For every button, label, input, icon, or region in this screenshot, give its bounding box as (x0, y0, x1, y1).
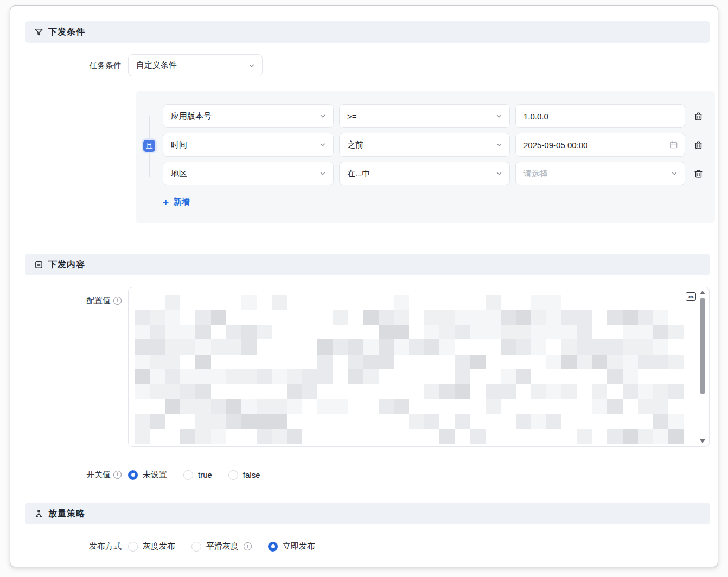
chevron-down-icon (670, 170, 678, 177)
config-value-row: 配置值 i </> (25, 287, 718, 447)
scrollbar-thumb[interactable] (700, 298, 705, 394)
logic-and-badge: 且 (143, 140, 155, 152)
scroll-down-icon[interactable] (700, 439, 705, 443)
publish-method-row: 发布方式 灰度发布平滑灰度i立即发布 (25, 541, 718, 552)
section-title: 下发内容 (48, 259, 85, 271)
publish-method-option[interactable]: 灰度发布 (128, 541, 175, 552)
switch-value-row: 开关值 i 未设置truefalse (25, 470, 718, 480)
condition-operator-select-value: 在...中 (347, 169, 371, 179)
publish-method-radio-group: 灰度发布平滑灰度i立即发布 (128, 541, 315, 552)
chevron-down-icon (319, 112, 327, 120)
radio-unselected-icon[interactable] (228, 470, 238, 480)
add-condition-button[interactable]: + 新增 (163, 197, 190, 207)
trash-icon (694, 112, 703, 121)
config-json-editor[interactable]: </> (128, 287, 710, 447)
info-icon[interactable]: i (113, 297, 122, 305)
radio-unselected-icon[interactable] (183, 470, 193, 480)
document-icon (34, 260, 43, 270)
config-value-label: 配置值 i (25, 296, 122, 306)
condition-value-select[interactable]: 请选择 (515, 162, 685, 185)
delete-condition-button[interactable] (691, 166, 706, 181)
task-condition-select[interactable]: 自定义条件 (128, 54, 263, 76)
chevron-down-icon (319, 170, 327, 177)
condition-row: 应用版本号>=1.0.0.0 (163, 104, 710, 128)
filter-icon (34, 27, 43, 37)
switch-value-radio-group: 未设置truefalse (128, 470, 260, 480)
condition-field-select-value: 地区 (171, 169, 187, 179)
publish-method-option[interactable]: 立即发布 (268, 541, 315, 552)
task-condition-value: 自定义条件 (136, 60, 177, 70)
section-header-conditions: 下发条件 (25, 21, 710, 43)
condition-field-select[interactable]: 时间 (163, 133, 334, 157)
section-header-content: 下发内容 (25, 254, 710, 275)
condition-operator-select-value: 之前 (347, 140, 363, 150)
condition-field-select-value: 时间 (171, 140, 187, 150)
chevron-down-icon (495, 112, 503, 120)
condition-field-select[interactable]: 地区 (163, 162, 334, 185)
condition-operator-select-value: >= (347, 112, 357, 121)
condition-operator-select[interactable]: 之前 (339, 133, 510, 157)
condition-builder-panel: 且 应用版本号>=1.0.0.0时间之前2025-09-05 00:00地区在.… (136, 91, 715, 223)
radio-selected-icon[interactable] (128, 470, 138, 480)
chevron-down-icon (495, 170, 503, 177)
condition-row: 地区在...中请选择 (163, 162, 710, 185)
condition-date-input[interactable]: 2025-09-05 00:00 (515, 133, 685, 157)
code-view-toggle-icon[interactable]: </> (686, 292, 696, 301)
switch-value-option[interactable]: 未设置 (128, 470, 167, 480)
editor-scrollbar[interactable] (699, 291, 706, 443)
switch-value-option[interactable]: true (183, 470, 212, 480)
radio-unselected-icon[interactable] (191, 542, 201, 552)
condition-value-input[interactable]: 1.0.0.0 (515, 104, 685, 128)
trash-icon (694, 140, 703, 150)
delete-condition-button[interactable] (691, 108, 706, 124)
publish-method-label: 发布方式 (25, 541, 122, 552)
condition-field-select[interactable]: 应用版本号 (163, 104, 334, 128)
switch-value-label: 开关值 i (25, 470, 122, 480)
condition-row: 时间之前2025-09-05 00:00 (163, 133, 710, 157)
chevron-down-icon (248, 62, 256, 69)
redacted-config-content (135, 295, 684, 444)
config-form-card: 下发条件 任务条件 自定义条件 且 应用版本号>=1.0.0.0时间之前2025… (10, 5, 718, 567)
chevron-down-icon (495, 141, 503, 149)
scroll-up-icon[interactable] (700, 291, 705, 294)
calendar-icon (669, 140, 678, 149)
switch-value-option[interactable]: false (228, 470, 260, 480)
plus-icon: + (163, 197, 169, 207)
condition-operator-select[interactable]: 在...中 (339, 162, 510, 185)
chevron-down-icon (319, 141, 327, 149)
trash-icon (694, 169, 703, 178)
info-icon[interactable]: i (113, 471, 122, 479)
publish-method-option[interactable]: 平滑灰度i (191, 541, 252, 552)
condition-operator-select[interactable]: >= (339, 104, 510, 128)
delete-condition-button[interactable] (691, 137, 706, 152)
condition-field-select-value: 应用版本号 (171, 111, 212, 121)
section-title: 放量策略 (48, 508, 85, 520)
branch-icon (34, 509, 43, 518)
task-condition-label: 任务条件 (25, 54, 122, 76)
section-title: 下发条件 (48, 27, 85, 38)
task-condition-row: 任务条件 自定义条件 (25, 54, 718, 76)
info-icon[interactable]: i (244, 542, 252, 550)
radio-selected-icon[interactable] (268, 542, 278, 552)
radio-unselected-icon[interactable] (128, 542, 138, 552)
section-header-rollout: 放量策略 (25, 503, 710, 524)
